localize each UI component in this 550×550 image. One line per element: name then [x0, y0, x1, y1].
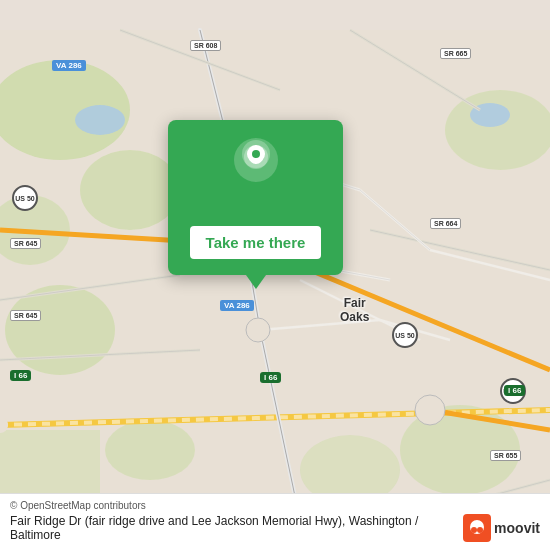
osm-attribution: © OpenStreetMap contributors [10, 500, 540, 511]
svg-point-57 [252, 150, 260, 158]
i-66-badge-1: I 66 [10, 370, 31, 381]
i-66-badge-2: I 66 [260, 372, 281, 383]
svg-point-2 [80, 150, 180, 230]
take-me-there-button[interactable]: Take me there [190, 226, 322, 259]
sr-608-badge: SR 608 [190, 40, 221, 51]
svg-point-9 [445, 90, 550, 170]
map-svg [0, 0, 550, 550]
moovit-brand-icon [463, 514, 491, 542]
moovit-text: moovit [494, 520, 540, 536]
moovit-logo: moovit [463, 514, 540, 542]
pin-icon-overlay [234, 134, 278, 178]
sr-645-badge-1: SR 645 [10, 238, 41, 249]
svg-point-60 [471, 527, 477, 533]
popup-card: Take me there [168, 120, 343, 275]
sr-664-badge: SR 664 [430, 218, 461, 229]
svg-point-47 [415, 395, 445, 425]
va-286-badge-1: VA 286 [52, 60, 86, 71]
map-container: SR 608 SR 665 VA 286 US 50 VA 286 SR 645… [0, 0, 550, 550]
sr-665-badge: SR 665 [440, 48, 471, 59]
bottom-bar: © OpenStreetMap contributors Fair Ridge … [0, 493, 550, 550]
fair-oaks-label: FairOaks [340, 296, 369, 324]
us-50-badge-1: US 50 [12, 185, 38, 211]
sr-645-badge-2: SR 645 [10, 310, 41, 321]
svg-point-46 [246, 318, 270, 342]
va-286-badge-3: VA 286 [220, 300, 254, 311]
svg-point-10 [75, 105, 125, 135]
sr-655-badge: SR 655 [490, 450, 521, 461]
i-66-badge-3: I 66 [504, 385, 525, 396]
svg-point-61 [477, 527, 483, 533]
location-description: Fair Ridge Dr (fair ridge drive and Lee … [10, 514, 463, 542]
svg-point-7 [105, 420, 195, 480]
us-50-badge-2: US 50 [392, 322, 418, 348]
